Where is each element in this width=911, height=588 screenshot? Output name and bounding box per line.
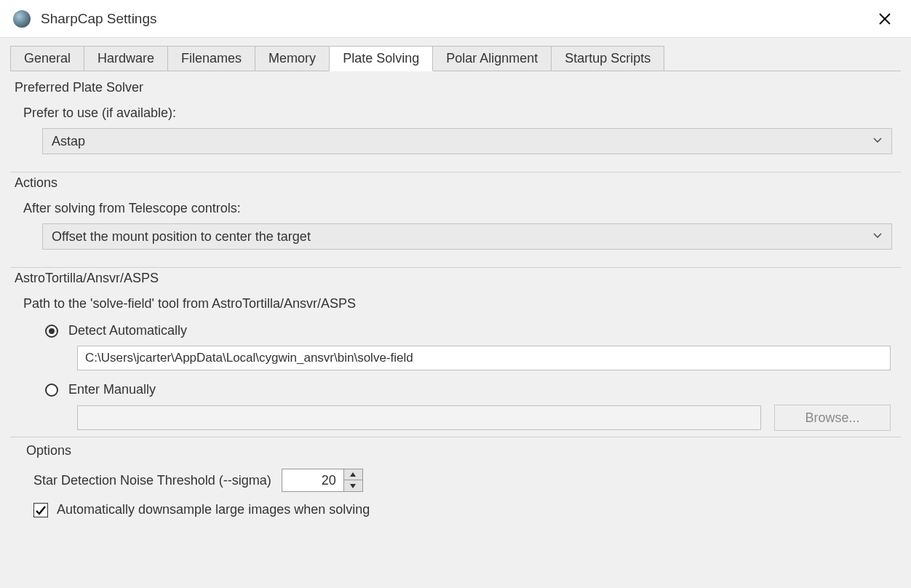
row-sigma: Star Detection Noise Threshold (--sigma)… [10, 464, 901, 496]
checkbox-downsample[interactable] [33, 503, 48, 517]
sigma-spin-down[interactable] [344, 480, 362, 491]
manual-path-row: Browse... [77, 405, 891, 431]
radio-row-manual: Enter Manually [10, 378, 901, 402]
window-title: SharpCap Settings [41, 11, 870, 27]
solver-combo-value: Astap [52, 134, 872, 149]
after-solve-combo[interactable]: Offset the mount position to center the … [42, 223, 892, 250]
group-label-options: Options [10, 443, 901, 464]
app-icon [13, 10, 31, 28]
chevron-down-icon [872, 134, 883, 148]
sigma-spin-buttons [343, 469, 362, 491]
tab-startup-scripts[interactable]: Startup Scripts [551, 46, 664, 71]
radio-enter-manually[interactable] [45, 384, 58, 397]
group-label-preferred: Preferred Plate Solver [10, 80, 901, 101]
browse-button[interactable]: Browse... [774, 405, 891, 431]
titlebar: SharpCap Settings [0, 0, 911, 38]
tab-hardware[interactable]: Hardware [84, 46, 168, 71]
tab-general[interactable]: General [10, 46, 84, 71]
radio-row-detect: Detect Automatically [10, 319, 901, 343]
label-sigma: Star Detection Noise Threshold (--sigma) [33, 473, 271, 488]
sigma-spin-up[interactable] [344, 469, 362, 480]
caret-up-icon [349, 472, 357, 477]
radio-detect-automatically[interactable] [45, 325, 58, 338]
tab-filenames[interactable]: Filenames [167, 46, 255, 71]
group-options: Options Star Detection Noise Threshold (… [10, 437, 901, 522]
group-label-astro: AstroTortilla/Ansvr/ASPS [10, 271, 901, 292]
sigma-value: 20 [282, 469, 343, 491]
chevron-down-icon [872, 229, 883, 244]
caret-down-icon [349, 483, 357, 489]
tab-content: Preferred Plate Solver Prefer to use (if… [0, 71, 911, 588]
label-after-solving: After solving from Telescope controls: [10, 196, 901, 223]
group-label-actions: Actions [10, 175, 901, 196]
radio-label-detect: Detect Automatically [68, 323, 187, 338]
check-icon [35, 504, 47, 516]
close-icon [878, 12, 891, 25]
row-downsample: Automatically downsample large images wh… [10, 496, 901, 522]
detected-path-value: C:\Users\jcarter\AppData\Local\cygwin_an… [85, 351, 413, 365]
sigma-spinner[interactable]: 20 [282, 469, 363, 492]
tab-bar: General Hardware Filenames Memory Plate … [0, 38, 911, 71]
tab-plate-solving[interactable]: Plate Solving [329, 46, 433, 71]
tab-polar-alignment[interactable]: Polar Alignment [432, 46, 552, 71]
label-downsample: Automatically downsample large images wh… [57, 502, 370, 517]
after-solve-combo-value: Offset the mount position to center the … [52, 229, 872, 245]
radio-label-manual: Enter Manually [68, 382, 156, 397]
detected-path-field[interactable]: C:\Users\jcarter\AppData\Local\cygwin_an… [77, 346, 891, 370]
solver-combo[interactable]: Astap [42, 128, 892, 154]
label-prefer-to-use: Prefer to use (if available): [10, 101, 901, 128]
svg-marker-3 [350, 484, 356, 488]
group-preferred-solver: Preferred Plate Solver Prefer to use (if… [10, 74, 901, 166]
settings-window: SharpCap Settings General Hardware Filen… [0, 0, 911, 588]
manual-path-field[interactable] [77, 405, 761, 430]
label-solve-field-path: Path to the 'solve-field' tool from Astr… [10, 292, 901, 319]
svg-marker-2 [350, 472, 356, 477]
group-actions: Actions After solving from Telescope con… [10, 172, 901, 261]
tab-memory[interactable]: Memory [255, 46, 330, 71]
close-button[interactable] [870, 4, 899, 33]
group-astro: AstroTortilla/Ansvr/ASPS Path to the 'so… [10, 267, 901, 533]
